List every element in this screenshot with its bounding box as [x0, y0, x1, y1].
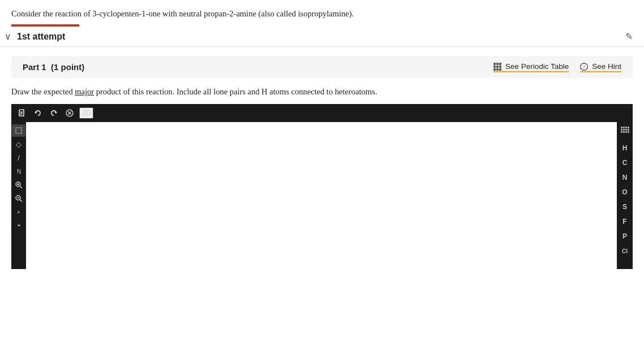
- mode-2d-button[interactable]: 2D: [79, 107, 93, 119]
- attempt-label: 1st attempt: [17, 32, 65, 42]
- periodic-table-icon: [493, 62, 503, 71]
- svg-rect-6: [493, 68, 496, 71]
- edit-pencil-icon[interactable]: ✎: [625, 31, 633, 42]
- grid-dots-icon: [621, 124, 629, 141]
- part-header: Part 1 (1 point): [11, 56, 633, 78]
- zoom-in-button[interactable]: [12, 179, 25, 191]
- svg-rect-4: [496, 66, 499, 68]
- element-C-button[interactable]: C: [617, 155, 633, 170]
- left-toolbar: ◇ / N: [11, 122, 26, 269]
- part-actions: See Periodic Table ? See Hint: [493, 62, 621, 72]
- redo-button[interactable]: [48, 108, 60, 118]
- element-Cl-button[interactable]: Cl: [617, 244, 633, 258]
- drawing-editor: 2D ◇ / N: [11, 104, 633, 269]
- select-tool-button[interactable]: [12, 124, 25, 137]
- svg-rect-2: [499, 63, 501, 65]
- eraser-tool-button[interactable]: ◇: [12, 138, 25, 150]
- attempt-left: ∨ 1st attempt: [5, 31, 65, 42]
- element-O-button[interactable]: O: [617, 185, 633, 200]
- instruction-text: Draw the expected major product of this …: [0, 78, 644, 102]
- svg-rect-8: [499, 68, 501, 71]
- hint-icon: ?: [580, 62, 589, 71]
- clear-button[interactable]: [63, 108, 76, 118]
- hint-link[interactable]: ? See Hint: [580, 62, 621, 72]
- question-text: Consider the reaction of 3-cyclopenten-1…: [0, 0, 644, 24]
- collapse-chevron-icon[interactable]: ∨: [5, 31, 11, 42]
- element-H-button[interactable]: H: [617, 141, 633, 155]
- svg-rect-7: [496, 68, 499, 71]
- more-tools-button[interactable]: ••: [12, 219, 25, 232]
- element-S-button[interactable]: S: [617, 200, 633, 214]
- draw-tool-button[interactable]: /: [12, 151, 25, 164]
- page-container: Consider the reaction of 3-cyclopenten-1…: [0, 0, 644, 338]
- new-document-button[interactable]: [16, 108, 28, 118]
- svg-rect-5: [499, 66, 501, 68]
- editor-topbar: 2D: [11, 104, 633, 122]
- drawing-canvas[interactable]: [26, 122, 617, 269]
- element-F-button[interactable]: F: [617, 214, 633, 229]
- svg-rect-1: [496, 63, 499, 65]
- periodic-table-link[interactable]: See Periodic Table: [493, 62, 569, 72]
- element-P-button[interactable]: P: [617, 229, 633, 244]
- editor-body: ◇ / N: [11, 122, 633, 269]
- zoom-out-button[interactable]: [12, 192, 25, 205]
- right-toolbar: H C N O S F P Cl: [617, 122, 633, 269]
- template-button[interactable]: +: [12, 206, 25, 218]
- attempt-row: ∨ 1st attempt ✎: [0, 27, 644, 47]
- element-N-button[interactable]: N: [617, 170, 633, 185]
- svg-rect-0: [493, 63, 496, 65]
- svg-line-25: [20, 200, 22, 202]
- chain-tool-button[interactable]: N: [12, 165, 25, 177]
- svg-text:?: ?: [583, 64, 585, 70]
- undo-button[interactable]: [32, 108, 44, 118]
- part-title: Part 1 (1 point): [23, 62, 84, 72]
- svg-rect-3: [493, 66, 496, 68]
- svg-line-22: [20, 186, 22, 188]
- svg-rect-18: [16, 128, 22, 133]
